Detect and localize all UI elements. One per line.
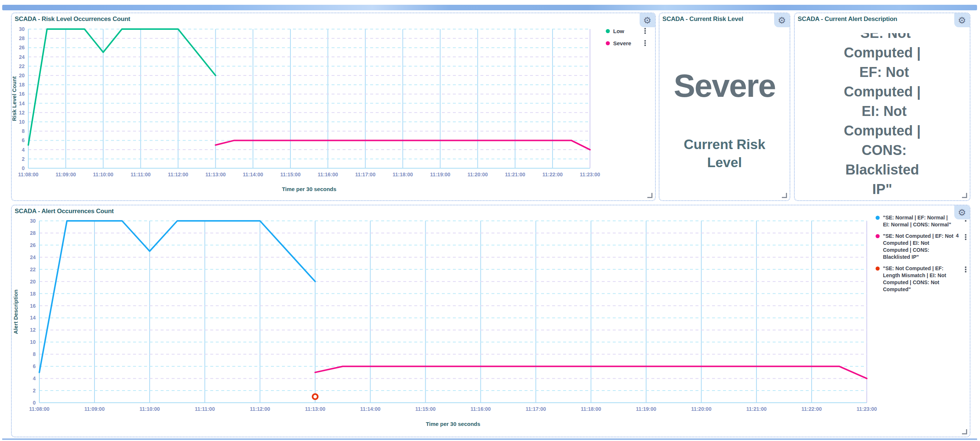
y-tick-label: 26 [19,45,25,50]
y-tick-label: 30 [30,218,36,224]
x-tick-label: 11:13:00 [205,171,226,177]
panel-settings-button[interactable]: ⚙ [640,13,655,27]
chart-legend: "SE: Normal | EF: Normal | EI: Normal | … [876,214,968,297]
y-tick-label: 26 [30,242,36,248]
y-tick-label: 16 [19,91,25,97]
resize-handle-icon[interactable] [648,193,652,198]
y-tick-label: 6 [22,137,25,143]
legend-series-label: "SE: Not Computed | EF: Not Computed | E… [883,233,954,260]
resize-handle-icon[interactable] [962,193,967,198]
x-tick-label: 11:11:00 [195,406,215,412]
legend-options-kebab-icon[interactable] [643,39,647,47]
x-tick-label: 11:16:00 [318,171,338,177]
y-tick-label: 20 [30,279,36,284]
legend-series-dot-icon [606,41,610,45]
x-tick-label: 11:18:00 [581,406,601,412]
y-tick-label: 14 [19,101,25,106]
y-tick-label: 6 [33,363,36,369]
resize-handle-icon[interactable] [782,193,787,198]
panel-settings-button[interactable]: ⚙ [774,13,789,27]
y-tick-label: 14 [30,315,36,321]
legend-series-dot-icon [606,29,610,33]
gear-icon: ⚙ [778,16,786,25]
y-tick-label: 4 [22,147,25,153]
x-tick-label: 11:22:00 [801,406,822,412]
legend-options-kebab-icon[interactable] [964,233,967,241]
window-bottom-edge-bar [2,438,977,440]
x-tick-label: 11:19:00 [636,406,656,412]
x-tick-label: 11:09:00 [56,171,76,177]
scada-dashboard: SCADA - Risk Level Occurrences Count ⚙ 0… [0,0,980,441]
x-axis-title: Time per 30 seconds [426,421,480,427]
x-tick-label: 11:12:00 [250,406,270,412]
legend-options-kebab-icon[interactable] [643,27,647,35]
y-tick-label: 24 [19,54,25,60]
legend-series-dot-icon [876,216,880,220]
x-tick-label: 11:09:00 [84,406,104,412]
y-tick-label: 18 [30,291,36,297]
x-tick-label: 11:11:00 [130,171,151,177]
panel-current-risk-level: SCADA - Current Risk Level ⚙ Severe Curr… [659,13,790,201]
y-tick-label: 28 [30,230,36,236]
y-tick-label: 8 [22,128,25,134]
x-tick-label: 11:10:00 [139,406,159,412]
x-tick-label: 11:21:00 [505,171,525,177]
x-tick-label: 11:17:00 [355,171,375,177]
panel-title: SCADA - Alert Occurrences Count [15,208,114,215]
panel-risk-level-occurrences: SCADA - Risk Level Occurrences Count ⚙ 0… [11,13,656,201]
y-axis-title: Alert Description [13,290,19,334]
y-tick-label: 22 [30,267,36,272]
panel-settings-button[interactable]: ⚙ [954,13,970,27]
gear-icon: ⚙ [958,16,966,25]
panel-settings-button[interactable]: ⚙ [954,205,970,219]
y-tick-label: 12 [30,327,36,333]
y-tick-label: 16 [30,303,36,309]
resize-handle-icon[interactable] [962,429,967,435]
legend-series-label: Low [613,28,624,34]
current-alert-description-text: "SE: Not Computed | EF: Not Computed | E… [838,33,926,196]
panel-title: SCADA - Current Alert Description [798,16,897,23]
y-tick-label: 22 [19,63,25,69]
x-tick-label: 11:21:00 [746,406,767,412]
window-top-edge-bar [2,5,977,10]
legend-series-dot-icon [876,234,880,238]
legend-item[interactable]: "SE: Not Computed | EF: Length Mismatch … [876,265,968,293]
alerts-chart-canvas: 02468101214161820222426283011:08:0011:09… [12,205,970,436]
legend-series-label: Severe [613,40,631,46]
alert-description-container: "SE: Not Computed | EF: Not Computed | E… [795,33,970,196]
y-tick-label: 0 [22,165,25,171]
legend-series-value: 4 [956,233,959,238]
x-tick-label: 11:10:00 [93,171,113,177]
x-tick-label: 11:19:00 [430,171,450,177]
panel-title: SCADA - Current Risk Level [662,16,743,23]
legend-item[interactable]: "SE: Not Computed | EF: Not Computed | E… [876,233,968,260]
x-tick-label: 11:12:00 [168,171,188,177]
data-point-ring-marker [312,394,318,399]
chart-legend: LowSevere [606,27,647,51]
x-tick-label: 11:15:00 [415,406,436,412]
y-tick-label: 18 [19,82,25,88]
legend-item[interactable]: Severe [606,39,647,47]
legend-options-kebab-icon[interactable] [964,266,967,273]
x-tick-label: 11:20:00 [691,406,711,412]
current-risk-level-value: Severe [659,67,789,105]
x-tick-label: 11:23:00 [580,171,600,177]
x-tick-label: 11:22:00 [542,171,562,177]
x-tick-label: 11:17:00 [526,406,546,412]
legend-series-dot-icon [876,267,880,270]
y-axis-title: Risk Level Count [12,76,17,121]
legend-series-label: "SE: Not Computed | EF: Length Mismatch … [883,265,954,293]
series-line [28,29,215,145]
panel-current-alert-description: SCADA - Current Alert Description ⚙ "SE:… [794,13,970,201]
y-tick-label: 28 [19,35,25,41]
risk-chart-canvas: 02468101214161820222426283011:08:0011:09… [12,13,655,200]
legend-item[interactable]: Low [606,27,647,35]
current-risk-level-caption: Current Risk Level [673,136,776,171]
y-tick-label: 10 [30,339,36,345]
y-tick-label: 0 [33,400,36,406]
gear-icon: ⚙ [643,16,651,25]
y-tick-label: 4 [33,375,36,381]
y-tick-label: 20 [19,72,25,78]
y-tick-label: 2 [33,388,36,393]
x-tick-label: 11:08:00 [18,171,38,177]
